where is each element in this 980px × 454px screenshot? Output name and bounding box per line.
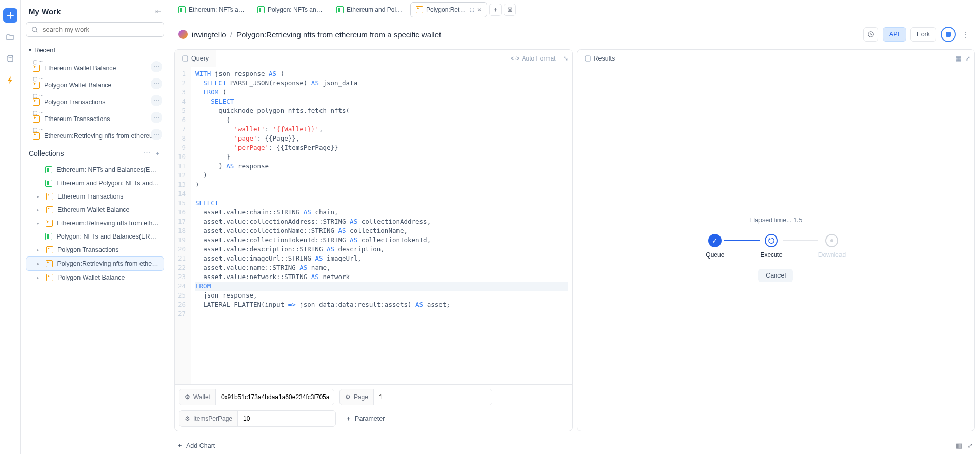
- collection-item-name: Ethereum Wallet Balance: [57, 206, 130, 213]
- chevron-right-icon: ▸: [37, 221, 42, 226]
- collapse-icon[interactable]: ⇤: [155, 8, 161, 15]
- code-editor[interactable]: 1234567891011121314151617181920212223242…: [175, 67, 572, 384]
- recent-item[interactable]: ▢~ Ethereum Wallet Balance ⋯: [26, 58, 164, 75]
- folder-icon: ▢: [33, 93, 37, 98]
- query-icon: [46, 193, 53, 200]
- recent-item-name: Ethereum Transactions: [44, 115, 110, 123]
- close-icon[interactable]: ×: [477, 6, 482, 14]
- cancel-button[interactable]: Cancel: [758, 269, 793, 282]
- execution-stages: ✓ Queue Execute Do: [706, 234, 846, 259]
- query-icon: [46, 220, 53, 227]
- folder-icon: ▢: [33, 127, 37, 132]
- left-rail: [0, 0, 21, 454]
- collection-item-name: Polygon: NFTs and Balances(ERC20) fro…: [56, 233, 160, 240]
- collection-item[interactable]: Ethereum: NFTs and Balances(ERC20) fr…: [26, 163, 164, 176]
- main: Ethereum: NFTs an… Polygon: NFTs and… Et…: [169, 0, 980, 454]
- dash-icon: [257, 6, 265, 13]
- tabs-bar: Ethereum: NFTs an… Polygon: NFTs and… Et…: [169, 0, 980, 19]
- add-parameter-button[interactable]: ＋Parameter: [341, 410, 389, 427]
- collection-item[interactable]: ▸ Polygon Wallet Balance: [26, 271, 164, 284]
- collection-item[interactable]: ▸ Ethereum Transactions: [26, 190, 164, 203]
- item-menu-icon[interactable]: ⋯: [151, 95, 162, 106]
- folder-icon[interactable]: [3, 30, 17, 44]
- collection-item[interactable]: Ethereum and Polygon: NFTs and Balanc…: [26, 176, 164, 190]
- param-itemsperpage: ⚙ItemsPerPage: [179, 410, 336, 427]
- stage-queue: ✓ Queue: [706, 234, 724, 259]
- chevron-down-icon: ▾: [29, 47, 31, 53]
- item-menu-icon[interactable]: ⋯: [151, 78, 162, 89]
- item-menu-icon[interactable]: ⋯: [151, 112, 162, 123]
- api-button[interactable]: API: [883, 27, 906, 42]
- tab[interactable]: Polygon:Retrievi…×: [410, 2, 487, 17]
- query-icon: [33, 98, 40, 106]
- fork-button[interactable]: Fork: [910, 27, 936, 42]
- stage-execute: Execute: [760, 234, 782, 259]
- param-input[interactable]: [374, 389, 492, 405]
- query-tab[interactable]: Query: [175, 50, 216, 67]
- collection-item[interactable]: ▸ Polygon:Retrieving nfts from ethereum …: [26, 256, 164, 271]
- recent-item-name: Ethereum Wallet Balance: [44, 65, 116, 72]
- collection-item[interactable]: ▸ Ethereum Wallet Balance: [26, 203, 164, 216]
- bottom-bar: ＋ Add Chart ▥ ⤢: [169, 437, 980, 454]
- recent-item[interactable]: ▢~ Polygon Transactions ⋯: [26, 92, 164, 109]
- breadcrumb-user[interactable]: irwingtello: [192, 30, 226, 39]
- collection-item-name: Ethereum and Polygon: NFTs and Balanc…: [56, 180, 160, 187]
- recent-item[interactable]: ▢~ Polygon Wallet Balance ⋯: [26, 75, 164, 92]
- tab[interactable]: Polygon: NFTs and…: [252, 3, 329, 16]
- auto-format-button[interactable]: <·> Auto Format: [508, 54, 558, 63]
- item-menu-icon[interactable]: ⋯: [151, 61, 162, 72]
- query-icon: [33, 115, 40, 123]
- chevron-right-icon: ▸: [37, 275, 42, 280]
- page-header: irwingtello / Polygon:Retrieving nfts fr…: [169, 19, 980, 49]
- collection-item[interactable]: ▸ Polygon Transactions: [26, 243, 164, 256]
- user-avatar[interactable]: [178, 30, 188, 39]
- query-icon: [46, 246, 53, 253]
- collection-item[interactable]: Polygon: NFTs and Balances(ERC20) fro…: [26, 230, 164, 243]
- add-chart-button[interactable]: ＋ Add Chart: [176, 441, 215, 450]
- results-tab[interactable]: Results: [577, 50, 623, 67]
- recent-item[interactable]: ▢~ Ethereum Transactions ⋯: [26, 109, 164, 126]
- chevron-right-icon: ▸: [37, 261, 42, 266]
- new-tab-button[interactable]: ＋: [489, 4, 502, 16]
- param-input[interactable]: [238, 411, 335, 426]
- param-wallet: ⚙Wallet: [179, 389, 334, 405]
- overflow-menu-icon[interactable]: ⋮: [960, 31, 971, 38]
- recent-item[interactable]: ▢~ Ethereum:Retrieving nfts from ethereu…: [26, 126, 164, 143]
- search-box[interactable]: [26, 22, 164, 37]
- breadcrumb-sep: /: [230, 30, 232, 39]
- layout-icon[interactable]: ▥: [956, 442, 962, 449]
- expand-icon[interactable]: ⤢: [967, 442, 973, 449]
- dash-icon: [336, 6, 344, 13]
- collection-item-name: Ethereum Transactions: [57, 193, 124, 200]
- collapse-editor-icon[interactable]: ⤡: [563, 55, 568, 62]
- collections-label: Collections: [29, 149, 64, 157]
- dash-icon: [45, 166, 52, 173]
- param-input[interactable]: [216, 389, 334, 405]
- close-all-tabs-button[interactable]: ⊠: [504, 4, 516, 16]
- history-button[interactable]: [863, 27, 878, 42]
- collection-item-name: Polygon Wallet Balance: [57, 274, 125, 281]
- stop-button[interactable]: [941, 27, 956, 42]
- collection-item-name: Polygon:Retrieving nfts from ethereum fr…: [57, 260, 159, 267]
- results-icon: [585, 55, 591, 62]
- results-grid-icon[interactable]: ▦: [955, 55, 961, 62]
- results-expand-icon[interactable]: ⤢: [965, 55, 970, 62]
- database-icon[interactable]: [3, 51, 17, 66]
- search-input[interactable]: [43, 26, 158, 33]
- create-button[interactable]: [3, 8, 17, 23]
- query-panel: Query <·> Auto Format ⤡ 1234567891011121…: [174, 49, 573, 431]
- item-menu-icon[interactable]: ⋯: [151, 129, 162, 140]
- collections-more-icon[interactable]: ⋯: [144, 149, 150, 158]
- tab[interactable]: Ethereum and Poly…: [331, 3, 408, 16]
- recent-section-toggle[interactable]: ▾ Recent: [26, 44, 164, 56]
- collections-add-icon[interactable]: ＋: [154, 149, 161, 158]
- collection-item[interactable]: ▸ Ethereum:Retrieving nfts from ethereum…: [26, 216, 164, 230]
- tab[interactable]: Ethereum: NFTs an…: [173, 3, 250, 16]
- lightning-icon[interactable]: [3, 73, 17, 87]
- query-icon: [46, 260, 53, 267]
- query-icon: [182, 55, 188, 62]
- query-icon: [46, 206, 53, 213]
- tab-name: Ethereum and Poly…: [347, 6, 403, 13]
- query-icon: [33, 65, 40, 72]
- query-icon: [416, 6, 423, 13]
